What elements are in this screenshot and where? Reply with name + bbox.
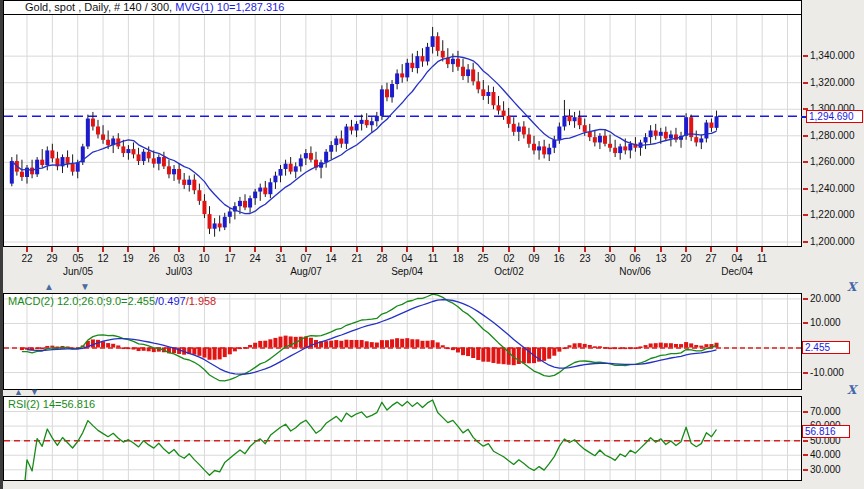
- rsi-axis-tick: [803, 440, 808, 442]
- vertical-gridlines: [27, 397, 788, 480]
- x-axis-tick: [330, 247, 332, 252]
- y-axis-label: 1,220.000: [810, 209, 855, 221]
- x-axis-tick: [482, 247, 484, 252]
- candlestick-chart[interactable]: [4, 15, 801, 246]
- collapse-down-icon[interactable]: ▼: [30, 387, 39, 397]
- x-axis-day-label: 31: [271, 253, 291, 264]
- rsi-axis-label: 30.000: [810, 464, 841, 476]
- horizontal-gridlines: [4, 299, 801, 373]
- y-axis-label: 1,240.000: [810, 183, 855, 195]
- rsi-axis-tick: [803, 411, 808, 413]
- rsi-axis-tick: [803, 469, 808, 471]
- macd-signal-line: [27, 300, 717, 375]
- main-chart-title-bar: Gold, spot , Daily, # 140 / 300, MVG(1) …: [4, 1, 801, 15]
- macd-line: [22, 294, 717, 381]
- y-axis-label: 1,340.000: [810, 50, 855, 62]
- moving-average-line: [12, 56, 717, 213]
- x-axis-tick: [356, 247, 358, 252]
- x-axis-day-label: 29: [42, 253, 62, 264]
- x-axis-day-label: 03: [169, 253, 189, 264]
- x-axis-tick: [203, 247, 205, 252]
- x-axis-tick: [736, 247, 738, 252]
- x-axis-day-label: 09: [524, 253, 544, 264]
- macd-axis-label: 20.000: [810, 293, 841, 305]
- x-axis-day-label: 12: [93, 253, 113, 264]
- x-axis-tick: [305, 247, 307, 252]
- macd-label-main: MACD(2) 12.0;26.0;9.0=2.455: [8, 295, 155, 307]
- x-axis-tick: [51, 247, 53, 252]
- x-axis-day-label: 02: [499, 253, 519, 264]
- x-axis-tick: [432, 247, 434, 252]
- rsi-label-text: RSI(2) 14=56.816: [8, 398, 95, 410]
- x-axis-tick: [457, 247, 459, 252]
- x-axis-tick: [710, 247, 712, 252]
- candlestick-series: [10, 27, 719, 237]
- y-axis-tick: [803, 188, 808, 190]
- x-axis-month-label: Aug/07: [283, 266, 329, 277]
- x-axis-day-label: 14: [321, 253, 341, 264]
- right-axis-gutter: 1,340.0001,320.0001,300.0001,280.0001,26…: [802, 0, 864, 489]
- rsi-axis-label: 40.000: [810, 449, 841, 461]
- x-axis-day-label: 04: [727, 253, 747, 264]
- macd-axis-tick: [803, 372, 808, 374]
- x-axis-day-label: 23: [575, 253, 595, 264]
- y-axis-label: 1,280.000: [810, 130, 855, 142]
- rsi-axis-tick: [803, 454, 808, 456]
- x-axis-day-label: 27: [701, 253, 721, 264]
- y-axis-tick: [803, 161, 808, 163]
- macd-axis-tick: [803, 322, 808, 324]
- collapse-up-icon[interactable]: ▲: [14, 387, 23, 397]
- x-axis-day-label: 18: [448, 253, 468, 264]
- x-axis-day-label: 11: [752, 253, 772, 264]
- x-axis-month-label: Oct/02: [486, 266, 532, 277]
- collapse-down-icon[interactable]: ▼: [80, 282, 90, 292]
- y-axis-tick: [803, 214, 808, 216]
- x-axis-day-label: 22: [17, 253, 37, 264]
- x-axis-day-label: 20: [676, 253, 696, 264]
- x-axis-tick: [254, 247, 256, 252]
- y-axis-tick: [803, 55, 808, 57]
- x-axis-tick: [761, 247, 763, 252]
- x-axis-day-label: 06: [625, 253, 645, 264]
- vertical-gridlines: [27, 15, 788, 246]
- x-axis-tick: [584, 247, 586, 252]
- x-axis-day-label: 26: [144, 253, 164, 264]
- x-axis-day-label: 11: [423, 253, 443, 264]
- x-axis-day-label: 10: [194, 253, 214, 264]
- y-axis-tick: [803, 82, 808, 84]
- macd-label: MACD(2) 12.0;26.0;9.0=2.455/0.497/1.958: [8, 295, 216, 307]
- x-axis-month-label: Sep/04: [384, 266, 430, 277]
- x-axis-tick: [127, 247, 129, 252]
- collapse-up-icon[interactable]: ▲: [44, 282, 54, 292]
- x-axis-tick: [634, 247, 636, 252]
- x-axis-tick: [77, 247, 79, 252]
- close-rsi-panel-button[interactable]: X: [847, 384, 856, 396]
- rsi-label: RSI(2) 14=56.816: [8, 398, 95, 410]
- x-axis-day-label: 07: [296, 253, 316, 264]
- y-axis-label: 1,320.000: [810, 77, 855, 89]
- x-axis-tick: [508, 247, 510, 252]
- close-macd-panel-button[interactable]: X: [847, 281, 856, 293]
- x-axis-tick: [102, 247, 104, 252]
- x-axis-month-label: Jun/05: [55, 266, 101, 277]
- x-axis: 2229051219260310172431071421280411182502…: [4, 247, 801, 280]
- x-axis-day-label: 17: [220, 253, 240, 264]
- macd-chart[interactable]: [4, 294, 801, 389]
- instrument-title: Gold, spot , Daily, # 140 / 300,: [25, 1, 172, 13]
- x-axis-day-label: 16: [549, 253, 569, 264]
- x-axis-day-label: 30: [600, 253, 620, 264]
- x-axis-tick: [178, 247, 180, 252]
- x-axis-day-label: 28: [372, 253, 392, 264]
- macd-label-hist: /1.958: [186, 295, 217, 307]
- macd-value-box: 2.455: [802, 341, 850, 354]
- last-price-box: 1,294.690: [806, 110, 863, 123]
- macd-axis-label: -10.000: [810, 367, 844, 379]
- x-axis-day-label: 19: [118, 253, 138, 264]
- y-axis-tick: [803, 135, 808, 137]
- macd-panel: MACD(2) 12.0;26.0;9.0=2.455/0.497/1.958: [3, 293, 802, 390]
- y-axis-label: 1,260.000: [810, 156, 855, 168]
- rsi-chart[interactable]: [4, 397, 801, 480]
- macd-histogram: [20, 336, 719, 366]
- x-axis-tick: [609, 247, 611, 252]
- y-axis-label: 1,200.000: [810, 236, 855, 248]
